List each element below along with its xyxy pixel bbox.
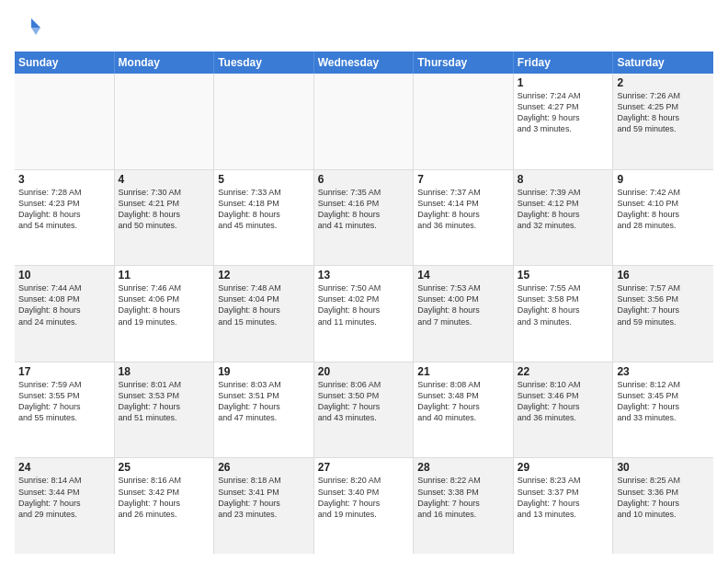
day-info: Sunrise: 8:20 AM Sunset: 3:40 PM Dayligh… — [318, 475, 410, 520]
calendar-cell-16: 16Sunrise: 7:57 AM Sunset: 3:56 PM Dayli… — [613, 266, 713, 362]
logo — [15, 15, 46, 42]
day-number: 25 — [119, 461, 210, 474]
calendar-cell-9: 9Sunrise: 7:42 AM Sunset: 4:10 PM Daylig… — [613, 170, 713, 266]
day-info: Sunrise: 7:35 AM Sunset: 4:16 PM Dayligh… — [318, 187, 410, 232]
calendar-cell-10: 10Sunrise: 7:44 AM Sunset: 4:08 PM Dayli… — [15, 266, 115, 362]
calendar-cell-12: 12Sunrise: 7:48 AM Sunset: 4:04 PM Dayli… — [214, 266, 314, 362]
day-info: Sunrise: 8:10 AM Sunset: 3:46 PM Dayligh… — [518, 379, 609, 424]
calendar-cell-30: 30Sunrise: 8:25 AM Sunset: 3:36 PM Dayli… — [613, 458, 713, 554]
day-number: 8 — [518, 173, 609, 186]
calendar-cell-4: 4Sunrise: 7:30 AM Sunset: 4:21 PM Daylig… — [115, 170, 215, 266]
calendar-body: 1Sunrise: 7:24 AM Sunset: 4:27 PM Daylig… — [15, 74, 713, 554]
calendar-cell-3: 3Sunrise: 7:28 AM Sunset: 4:23 PM Daylig… — [15, 170, 115, 266]
day-info: Sunrise: 7:42 AM Sunset: 4:10 PM Dayligh… — [617, 187, 710, 232]
calendar-cell-20: 20Sunrise: 8:06 AM Sunset: 3:50 PM Dayli… — [314, 362, 415, 458]
calendar-cell-25: 25Sunrise: 8:16 AM Sunset: 3:42 PM Dayli… — [115, 458, 215, 554]
svg-marker-0 — [31, 18, 40, 28]
day-number: 30 — [617, 461, 710, 474]
day-info: Sunrise: 7:30 AM Sunset: 4:21 PM Dayligh… — [119, 187, 210, 232]
calendar-week-1: 3Sunrise: 7:28 AM Sunset: 4:23 PM Daylig… — [15, 170, 713, 267]
calendar-cell-24: 24Sunrise: 8:14 AM Sunset: 3:44 PM Dayli… — [15, 458, 115, 554]
day-info: Sunrise: 7:48 AM Sunset: 4:04 PM Dayligh… — [218, 282, 310, 327]
day-info: Sunrise: 8:22 AM Sunset: 3:38 PM Dayligh… — [417, 475, 509, 520]
day-number: 29 — [518, 461, 609, 474]
header-day-tuesday: Tuesday — [214, 52, 314, 74]
calendar-cell-empty — [214, 74, 314, 169]
calendar-cell-empty — [414, 74, 514, 169]
day-info: Sunrise: 8:01 AM Sunset: 3:53 PM Dayligh… — [119, 379, 210, 424]
day-number: 6 — [318, 173, 410, 186]
page: SundayMondayTuesdayWednesdayThursdayFrid… — [0, 0, 728, 563]
day-info: Sunrise: 8:14 AM Sunset: 3:44 PM Dayligh… — [18, 475, 110, 520]
svg-marker-1 — [31, 28, 40, 35]
day-number: 15 — [518, 269, 609, 282]
header-day-sunday: Sunday — [15, 52, 115, 74]
day-info: Sunrise: 7:26 AM Sunset: 4:25 PM Dayligh… — [617, 90, 710, 135]
day-info: Sunrise: 8:16 AM Sunset: 3:42 PM Dayligh… — [119, 475, 210, 520]
day-info: Sunrise: 8:03 AM Sunset: 3:51 PM Dayligh… — [218, 379, 310, 424]
day-number: 14 — [417, 269, 509, 282]
calendar-cell-18: 18Sunrise: 8:01 AM Sunset: 3:53 PM Dayli… — [115, 362, 215, 458]
day-info: Sunrise: 7:50 AM Sunset: 4:02 PM Dayligh… — [318, 282, 410, 327]
day-info: Sunrise: 7:39 AM Sunset: 4:12 PM Dayligh… — [518, 187, 609, 232]
calendar-cell-26: 26Sunrise: 8:18 AM Sunset: 3:41 PM Dayli… — [214, 458, 314, 554]
calendar-cell-27: 27Sunrise: 8:20 AM Sunset: 3:40 PM Dayli… — [314, 458, 415, 554]
calendar-cell-15: 15Sunrise: 7:55 AM Sunset: 3:58 PM Dayli… — [514, 266, 614, 362]
calendar-header: SundayMondayTuesdayWednesdayThursdayFrid… — [15, 52, 713, 74]
day-number: 4 — [119, 173, 210, 186]
calendar: SundayMondayTuesdayWednesdayThursdayFrid… — [15, 52, 713, 554]
day-number: 2 — [617, 76, 710, 89]
day-info: Sunrise: 7:55 AM Sunset: 3:58 PM Dayligh… — [518, 282, 609, 327]
calendar-cell-11: 11Sunrise: 7:46 AM Sunset: 4:06 PM Dayli… — [115, 266, 215, 362]
day-info: Sunrise: 7:28 AM Sunset: 4:23 PM Dayligh… — [18, 187, 110, 232]
day-number: 22 — [518, 365, 609, 378]
day-info: Sunrise: 7:33 AM Sunset: 4:18 PM Dayligh… — [218, 187, 310, 232]
day-info: Sunrise: 7:44 AM Sunset: 4:08 PM Dayligh… — [18, 282, 110, 327]
header-day-saturday: Saturday — [613, 52, 713, 74]
calendar-cell-empty — [115, 74, 215, 169]
day-number: 17 — [18, 365, 110, 378]
calendar-cell-empty — [15, 74, 115, 169]
header-day-friday: Friday — [514, 52, 614, 74]
day-info: Sunrise: 8:18 AM Sunset: 3:41 PM Dayligh… — [218, 475, 310, 520]
calendar-cell-19: 19Sunrise: 8:03 AM Sunset: 3:51 PM Dayli… — [214, 362, 314, 458]
day-number: 9 — [617, 173, 710, 186]
calendar-cell-6: 6Sunrise: 7:35 AM Sunset: 4:16 PM Daylig… — [314, 170, 415, 266]
calendar-week-4: 24Sunrise: 8:14 AM Sunset: 3:44 PM Dayli… — [15, 458, 713, 554]
logo-icon — [15, 15, 42, 42]
day-number: 20 — [318, 365, 410, 378]
header-day-thursday: Thursday — [414, 52, 514, 74]
calendar-cell-17: 17Sunrise: 7:59 AM Sunset: 3:55 PM Dayli… — [15, 362, 115, 458]
calendar-week-2: 10Sunrise: 7:44 AM Sunset: 4:08 PM Dayli… — [15, 266, 713, 362]
calendar-week-3: 17Sunrise: 7:59 AM Sunset: 3:55 PM Dayli… — [15, 362, 713, 459]
header-day-monday: Monday — [115, 52, 215, 74]
day-info: Sunrise: 8:25 AM Sunset: 3:36 PM Dayligh… — [617, 475, 710, 520]
day-number: 13 — [318, 269, 410, 282]
day-number: 26 — [218, 461, 310, 474]
calendar-cell-7: 7Sunrise: 7:37 AM Sunset: 4:14 PM Daylig… — [414, 170, 514, 266]
header-day-wednesday: Wednesday — [314, 52, 415, 74]
calendar-cell-5: 5Sunrise: 7:33 AM Sunset: 4:18 PM Daylig… — [214, 170, 314, 266]
day-number: 27 — [318, 461, 410, 474]
calendar-cell-29: 29Sunrise: 8:23 AM Sunset: 3:37 PM Dayli… — [514, 458, 614, 554]
day-number: 10 — [18, 269, 110, 282]
day-info: Sunrise: 7:37 AM Sunset: 4:14 PM Dayligh… — [417, 187, 509, 232]
calendar-cell-2: 2Sunrise: 7:26 AM Sunset: 4:25 PM Daylig… — [613, 74, 713, 169]
calendar-cell-13: 13Sunrise: 7:50 AM Sunset: 4:02 PM Dayli… — [314, 266, 415, 362]
day-info: Sunrise: 7:24 AM Sunset: 4:27 PM Dayligh… — [518, 90, 609, 135]
day-info: Sunrise: 7:53 AM Sunset: 4:00 PM Dayligh… — [417, 282, 509, 327]
calendar-cell-22: 22Sunrise: 8:10 AM Sunset: 3:46 PM Dayli… — [514, 362, 614, 458]
day-number: 18 — [119, 365, 210, 378]
day-info: Sunrise: 8:06 AM Sunset: 3:50 PM Dayligh… — [318, 379, 410, 424]
calendar-cell-14: 14Sunrise: 7:53 AM Sunset: 4:00 PM Dayli… — [414, 266, 514, 362]
day-number: 3 — [18, 173, 110, 186]
day-number: 28 — [417, 461, 509, 474]
day-number: 1 — [518, 76, 609, 89]
day-number: 23 — [617, 365, 710, 378]
day-number: 11 — [119, 269, 210, 282]
day-info: Sunrise: 8:12 AM Sunset: 3:45 PM Dayligh… — [617, 379, 710, 424]
calendar-cell-1: 1Sunrise: 7:24 AM Sunset: 4:27 PM Daylig… — [514, 74, 614, 169]
day-info: Sunrise: 7:57 AM Sunset: 3:56 PM Dayligh… — [617, 282, 710, 327]
calendar-cell-empty — [314, 74, 415, 169]
day-number: 24 — [18, 461, 110, 474]
